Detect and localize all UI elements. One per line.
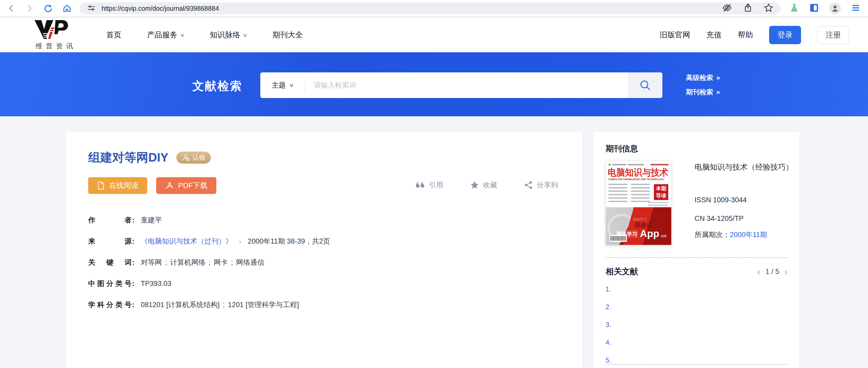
related-item[interactable]: 1.: [606, 286, 611, 293]
advanced-search-link[interactable]: 高级检索»: [686, 73, 720, 82]
related-item[interactable]: 5.: [606, 357, 611, 364]
site-info-icon[interactable]: [87, 3, 96, 13]
journal-search-link[interactable]: 期刊检索»: [686, 88, 720, 97]
author-value: 童建平: [141, 215, 162, 225]
journal-cover[interactable]: 电脑知识与技术 COMPUTER KNOWLEDGE AND TECHNOLOG…: [606, 161, 672, 245]
issue-label: 所属期次：: [694, 231, 730, 239]
subject: 1201 [管理科学与工程]: [228, 301, 299, 309]
back-icon[interactable]: [7, 4, 16, 13]
chevron-down-icon: ∨: [180, 32, 185, 38]
journal-info-heading: 期刊信息: [606, 143, 638, 154]
profile-avatar[interactable]: [829, 3, 841, 14]
article-card: 组建对等网DIY 认领 在线阅读: [66, 132, 582, 368]
keyword[interactable]: 计算机网络: [170, 259, 206, 266]
nav-journals[interactable]: 期刊大全: [273, 30, 303, 40]
meta-row-clc: 中图分类号: TP393.03: [88, 279, 330, 288]
related-header: 相关文献 ‹ 1 / 5 ›: [606, 266, 787, 277]
search-button[interactable]: [628, 72, 662, 98]
author-label: 作者: [88, 215, 132, 225]
person-check-icon: [182, 154, 190, 162]
menu-icon[interactable]: [851, 4, 860, 13]
pdf-download-button[interactable]: PDF下载: [156, 177, 216, 194]
address-bar[interactable]: https://cqvip.com/doc/journal/939868884: [80, 2, 781, 14]
search-box: 主题 ∨: [260, 72, 662, 98]
search-field-select[interactable]: 主题 ∨: [260, 72, 305, 98]
journal-name: 电脑知识与技术（经验技巧）: [694, 161, 799, 173]
cite-action[interactable]: 引用: [415, 180, 443, 190]
register-button[interactable]: 注册: [817, 26, 849, 44]
cover-journal-subtitle: COMPUTER KNOWLEDGE AND TECHNOLOGY: [608, 178, 664, 180]
link-old-site[interactable]: 旧版官网: [660, 30, 690, 40]
logo-caption: 维普资讯: [36, 41, 81, 51]
divider: [606, 364, 787, 365]
article-title: 组建对等网DIY: [88, 149, 168, 166]
source-journal-link[interactable]: 《电脑知识与技术（过刊）》: [141, 237, 232, 245]
keyword[interactable]: 网卡: [214, 259, 228, 266]
main-nav: 首页 产品服务∨ 知识脉络∨ 期刊大全: [106, 30, 303, 40]
search-banner: 文献检索 主题 ∨ 高级检索» 期刊检索»: [0, 52, 868, 116]
related-item[interactable]: 2.: [606, 303, 611, 311]
banner-title: 文献检索: [192, 78, 243, 94]
keyword[interactable]: 对等网: [141, 259, 162, 266]
subject: 081201 [计算机系统结构]: [141, 301, 220, 309]
site-header: 维普资讯 首页 产品服务∨ 知识脉络∨ 期刊大全 旧版官网 充值 帮助 登录 注…: [0, 18, 868, 52]
link-recharge[interactable]: 充值: [706, 30, 721, 40]
meta-row-subject: 学科分类号: 081201 [计算机系统结构];1201 [管理科学与工程]: [88, 300, 330, 309]
nav-home[interactable]: 首页: [106, 30, 121, 40]
pager-next-icon[interactable]: ›: [784, 268, 787, 275]
journal-info-row: 电脑知识与技术 COMPUTER KNOWLEDGE AND TECHNOLOG…: [606, 161, 799, 245]
cover-digest-box: 本期 导读: [654, 184, 668, 200]
cover-barcode: [610, 235, 627, 242]
nav-knowledge[interactable]: 知识脉络∨: [210, 30, 247, 40]
meta-row-source: 来源: 《电脑知识与技术（过刊）》 • 2000年11期 38-39，共2页: [88, 237, 330, 246]
extension-flask-icon[interactable]: [789, 3, 799, 14]
vip-logo[interactable]: 维普资讯: [21, 20, 81, 51]
url-text[interactable]: https://cqvip.com/doc/journal/939868884: [101, 5, 722, 12]
star-icon: [470, 181, 479, 189]
banner-links: 高级检索» 期刊检索»: [686, 73, 720, 97]
double-arrow-icon: »: [716, 74, 720, 82]
related-item[interactable]: 4.: [606, 339, 611, 346]
source-issue-text: 2000年11期 38-39，共2页: [248, 237, 330, 245]
bookmark-star-icon[interactable]: [764, 3, 773, 13]
read-online-button[interactable]: 在线阅读: [88, 177, 147, 194]
article-meta: 作者: 童建平 来源: 《电脑知识与技术（过刊）》 • 2000年11期 38-…: [88, 215, 330, 321]
article-actions: 引用 收藏 分享到: [415, 180, 558, 190]
pager-prev-icon[interactable]: ‹: [757, 268, 760, 275]
meta-row-author: 作者: 童建平: [88, 215, 330, 225]
vip-logo-mark: [21, 20, 79, 40]
quote-icon: [415, 181, 425, 189]
favorite-action[interactable]: 收藏: [470, 180, 497, 190]
keywords-label: 关键词: [88, 258, 132, 267]
cover-top-meta: [609, 164, 669, 166]
journal-details: 电脑知识与技术（经验技巧） ISSN 1009-3044 CN 34-1205/…: [694, 161, 799, 245]
cover-bottom-art: 网络学习 我最强 网络学习 App 指南: [606, 207, 671, 245]
divider: [606, 257, 787, 258]
cover-journal-title: 电脑知识与技术: [608, 166, 668, 179]
bullet-icon: •: [239, 239, 241, 245]
reload-icon[interactable]: [43, 4, 53, 13]
preview-eye-off-icon[interactable]: [722, 3, 732, 13]
home-icon[interactable]: [62, 4, 72, 13]
double-arrow-icon: »: [716, 88, 720, 96]
issue-link[interactable]: 2000年11期: [730, 231, 767, 239]
extension-square-icon[interactable]: [809, 3, 819, 13]
related-item[interactable]: 3.: [606, 321, 611, 329]
link-help[interactable]: 帮助: [738, 30, 753, 40]
nav-products[interactable]: 产品服务∨: [147, 30, 184, 40]
keyword[interactable]: 网络通信: [236, 259, 265, 266]
browser-toolbar: https://cqvip.com/doc/journal/939868884: [0, 0, 868, 17]
journal-cn: CN 34-1205/TP: [694, 214, 799, 223]
login-button[interactable]: 登录: [769, 26, 801, 44]
share-icon[interactable]: [743, 3, 752, 13]
chevron-down-icon: ∨: [289, 82, 294, 88]
journal-issue-row: 所属期次：2000年11期: [694, 230, 799, 239]
chevron-down-icon: ∨: [243, 32, 247, 38]
forward-icon[interactable]: [25, 4, 34, 13]
claim-badge[interactable]: 认领: [176, 152, 211, 164]
search-input[interactable]: [305, 72, 628, 98]
clc-label: 中图分类号: [88, 279, 132, 288]
share-to-action[interactable]: 分享到: [524, 180, 558, 190]
journal-issn: ISSN 1009-3044: [694, 196, 799, 204]
meta-row-keywords: 关键词: 对等网;计算机网络;网卡;网络通信: [88, 258, 330, 267]
